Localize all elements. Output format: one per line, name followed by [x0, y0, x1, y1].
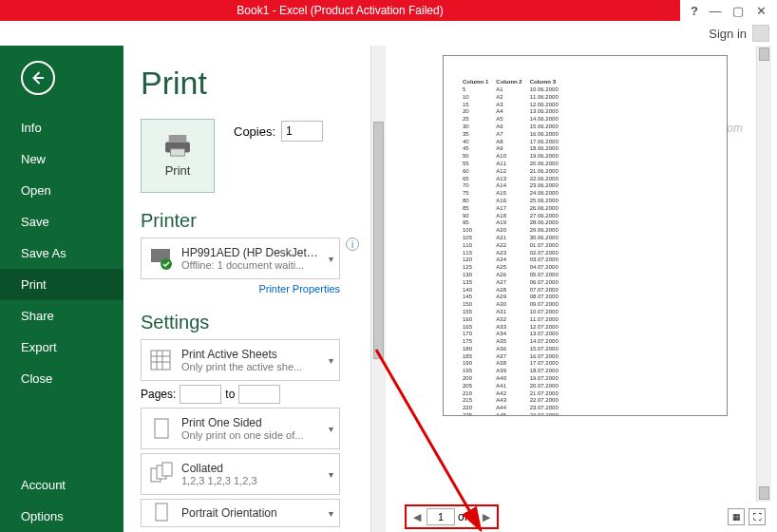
page-navigator: ◀ of 7 ▶	[405, 504, 499, 529]
chevron-down-icon: ▾	[329, 508, 333, 519]
info-icon[interactable]: i	[346, 238, 359, 251]
show-margins-button[interactable]: ▦	[728, 508, 745, 525]
page-icon	[147, 415, 174, 442]
pages-to-input[interactable]	[238, 385, 280, 404]
sidebar-item-save[interactable]: Save	[0, 206, 123, 238]
back-button[interactable]	[21, 61, 55, 95]
sidebar-item-options[interactable]: Options	[0, 501, 123, 532]
titlebar: Book1 - Excel (Product Activation Failed…	[0, 0, 777, 21]
printer-name: HP991AED (HP DeskJet Pl...	[181, 246, 321, 259]
back-arrow-icon	[29, 69, 47, 86]
signin-link[interactable]: Sign in	[709, 27, 747, 41]
svg-rect-10	[155, 419, 168, 438]
copies-label: Copies:	[234, 124, 275, 139]
sidebar-item-account[interactable]: Account	[0, 469, 123, 501]
print-settings-pane: Print Print Copies: Printer i	[123, 46, 370, 532]
sidebar-item-save-as[interactable]: Save As	[0, 238, 123, 269]
sides-dropdown[interactable]: Print One Sided Only print on one side o…	[141, 408, 340, 449]
printer-icon	[163, 135, 192, 158]
sidebar-item-share[interactable]: Share	[0, 300, 123, 332]
settings-heading: Settings	[141, 312, 370, 333]
print-button[interactable]: Print	[141, 119, 215, 193]
print-heading: Print	[141, 65, 370, 102]
portrait-icon	[147, 500, 174, 526]
print-button-label: Print	[165, 163, 191, 178]
chevron-down-icon: ▾	[329, 355, 333, 366]
settings-scrollbar[interactable]	[370, 46, 386, 532]
copies-input[interactable]	[281, 121, 323, 142]
print-preview-pane: @thegeekpage.com Column 1Column 2Column …	[386, 46, 777, 532]
printer-dropdown[interactable]: HP991AED (HP DeskJet Pl... Offline: 1 do…	[141, 238, 340, 279]
orientation-dropdown[interactable]: Portrait Orientation ▾	[141, 499, 340, 527]
pages-label: Pages:	[141, 388, 176, 401]
next-page-button[interactable]: ▶	[480, 510, 493, 523]
svg-rect-14	[156, 504, 167, 521]
sidebar-item-info[interactable]: Info	[0, 112, 123, 143]
pages-to-label: to	[225, 388, 235, 401]
printer-status-icon	[147, 245, 174, 272]
collate-dropdown[interactable]: Collated 1,2,3 1,2,3 1,2,3 ▾	[141, 453, 340, 495]
pages-from-input[interactable]	[180, 385, 221, 404]
svg-rect-0	[169, 135, 186, 142]
title-text: Book1 - Excel (Product Activation Failed…	[0, 0, 680, 21]
sidebar-item-close[interactable]: Close	[0, 363, 123, 394]
printer-heading: Printer	[141, 210, 370, 232]
zoom-to-page-button[interactable]: ⛶	[749, 508, 766, 525]
chevron-down-icon: ▾	[329, 469, 333, 480]
sidebar-item-print[interactable]: Print	[0, 269, 123, 300]
preview-page: Column 1Column 2Column 35A110.06.200010A…	[443, 55, 728, 416]
prev-page-button[interactable]: ◀	[410, 510, 424, 523]
chevron-down-icon: ▾	[329, 424, 333, 434]
printer-properties-link[interactable]: Printer Properties	[141, 283, 340, 294]
svg-rect-2	[171, 148, 185, 155]
help-button[interactable]: ?	[686, 0, 703, 21]
svg-rect-5	[151, 351, 170, 370]
printer-status: Offline: 1 document waiti...	[181, 259, 321, 271]
sidebar-item-export[interactable]: Export	[0, 332, 123, 363]
maximize-button[interactable]: ▢	[728, 0, 749, 21]
svg-rect-13	[162, 463, 172, 476]
chevron-down-icon: ▾	[329, 254, 333, 264]
signin-row: Sign in	[0, 21, 777, 46]
backstage-sidebar: InfoNewOpenSaveSave AsPrintShareExportCl…	[0, 46, 123, 532]
total-pages-label: of 7	[458, 510, 477, 523]
sidebar-item-new[interactable]: New	[0, 143, 123, 175]
collate-icon	[147, 461, 174, 487]
current-page-input[interactable]	[426, 508, 455, 525]
close-button[interactable]: ✕	[750, 0, 771, 21]
preview-scrollbar[interactable]	[756, 46, 771, 502]
avatar-icon[interactable]	[752, 25, 769, 42]
print-scope-dropdown[interactable]: Print Active Sheets Only print the activ…	[141, 339, 340, 381]
sidebar-item-open[interactable]: Open	[0, 175, 123, 206]
sheets-icon	[147, 347, 174, 373]
minimize-button[interactable]: —	[705, 0, 726, 21]
